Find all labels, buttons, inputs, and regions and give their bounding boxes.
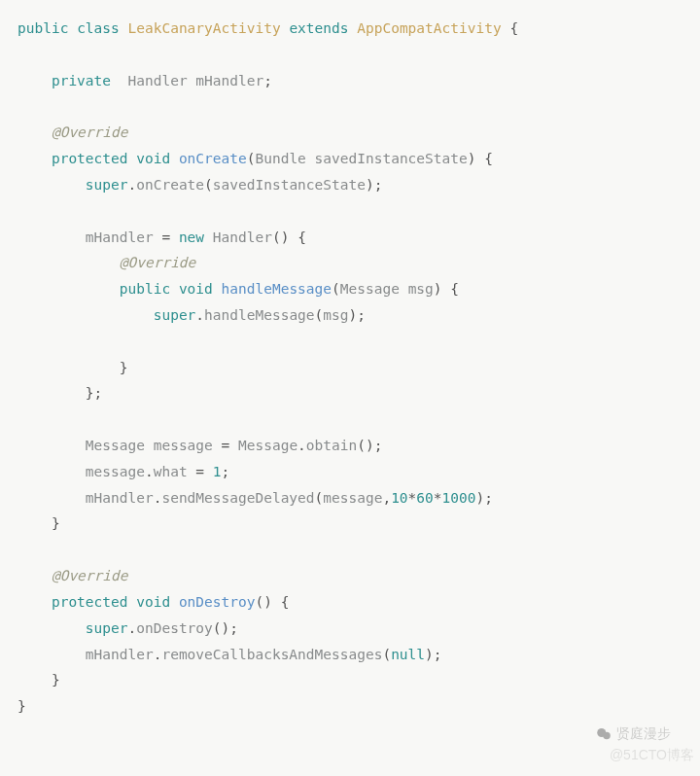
literal-1: 1	[213, 464, 222, 479]
paren: )	[425, 647, 434, 662]
brace-open: {	[298, 229, 306, 245]
type-message: Message	[238, 438, 298, 453]
kw-class: class	[77, 20, 120, 36]
paren: (	[315, 490, 324, 506]
brace-close: }	[120, 360, 128, 375]
kw-void: void	[179, 281, 213, 297]
annotation-override: @Override	[52, 568, 128, 583]
arg-message: message	[323, 490, 382, 506]
semicolon: ;	[222, 464, 230, 479]
semicolon: ;	[357, 307, 366, 323]
kw-private: private	[52, 73, 111, 88]
semicolon: ;	[434, 647, 442, 662]
type-bundle: Bundle	[255, 151, 305, 166]
equals: =	[161, 229, 170, 245]
call-obtain: obtain	[306, 438, 357, 453]
kw-null: null	[391, 647, 425, 662]
paren: (	[204, 177, 213, 193]
literal-60: 60	[416, 490, 433, 506]
brace-open: {	[281, 594, 290, 610]
call-removecallbacks: removeCallbacksAndMessages	[161, 647, 382, 662]
literal-1000: 1000	[442, 490, 476, 506]
kw-protected: protected	[52, 151, 128, 166]
equals: =	[222, 438, 230, 453]
field-mhandler: mHandler	[195, 73, 263, 88]
dot: .	[298, 438, 306, 453]
paren: )	[349, 307, 358, 323]
watermark-51cto: @51CTO博客	[610, 743, 694, 768]
method-oncreate: onCreate	[179, 151, 247, 166]
brace-close: }	[18, 698, 26, 714]
kw-void: void	[136, 151, 170, 166]
kw-extends: extends	[289, 20, 348, 36]
semicolon: ;	[229, 620, 238, 636]
method-ondestroy: onDestroy	[179, 594, 256, 610]
svg-point-1	[603, 732, 611, 740]
literal-10: 10	[391, 490, 407, 506]
arg-msg: msg	[323, 307, 348, 323]
type-handler: Handler	[128, 73, 188, 88]
kw-public: public	[18, 20, 68, 36]
code-block: public class LeakCanaryActivity extends …	[0, 0, 700, 735]
paren: ()	[272, 229, 289, 245]
call-ondestroy: onDestroy	[136, 620, 213, 636]
field-mhandler: mHandler	[86, 647, 154, 662]
brace-open: {	[509, 20, 518, 36]
brace-close: }	[52, 672, 60, 688]
paren: )	[475, 490, 484, 506]
field-mhandler: mHandler	[86, 490, 154, 506]
wechat-icon	[595, 725, 612, 743]
type-handler: Handler	[213, 229, 272, 245]
var-message: message	[154, 438, 213, 453]
semicolon: ;	[263, 73, 272, 88]
method-handlemessage: handleMessage	[222, 281, 332, 297]
semicolon: ;	[94, 385, 103, 401]
paren: ()	[357, 438, 373, 453]
class-name: LeakCanaryActivity	[128, 20, 281, 36]
kw-super: super	[86, 620, 128, 636]
kw-new: new	[179, 229, 204, 245]
paren: )	[468, 151, 476, 166]
super-class-name: AppCompatActivity	[357, 20, 501, 36]
type-message: Message	[340, 281, 400, 297]
type-message: Message	[86, 438, 145, 453]
paren: )	[366, 177, 374, 193]
brace-open: {	[484, 151, 493, 166]
annotation-override: @Override	[120, 255, 196, 270]
semicolon: ;	[484, 490, 493, 506]
paren: ()	[213, 620, 229, 636]
semicolon: ;	[374, 438, 383, 453]
paren: (	[332, 281, 340, 297]
paren: ()	[255, 594, 271, 610]
kw-super: super	[154, 307, 196, 323]
call-handlemessage: handleMessage	[204, 307, 315, 323]
field-mhandler: mHandler	[86, 229, 154, 245]
annotation-override: @Override	[52, 124, 128, 140]
kw-protected: protected	[52, 594, 128, 610]
field-what: what	[154, 464, 188, 479]
brace-open: {	[450, 281, 459, 297]
param-msg: msg	[408, 281, 434, 297]
dot: .	[145, 464, 154, 479]
call-sendmessagedelayed: sendMessageDelayed	[161, 490, 314, 506]
equals: =	[195, 464, 204, 479]
semicolon: ;	[374, 177, 383, 193]
call-oncreate: onCreate	[136, 177, 204, 193]
kw-public: public	[120, 281, 170, 297]
param-saved: savedInstanceState	[315, 151, 468, 166]
dot: .	[195, 307, 204, 323]
comma: ,	[382, 490, 391, 506]
paren: (	[382, 647, 391, 662]
kw-super: super	[86, 177, 128, 193]
arg-saved: savedInstanceState	[213, 177, 366, 193]
kw-void: void	[136, 594, 170, 610]
dot: .	[128, 177, 137, 193]
brace-close: }	[86, 385, 94, 401]
var-message: message	[86, 464, 145, 479]
star: *	[434, 490, 442, 506]
paren: )	[434, 281, 442, 297]
dot: .	[128, 620, 137, 636]
paren: (	[315, 307, 324, 323]
brace-close: }	[52, 515, 60, 531]
